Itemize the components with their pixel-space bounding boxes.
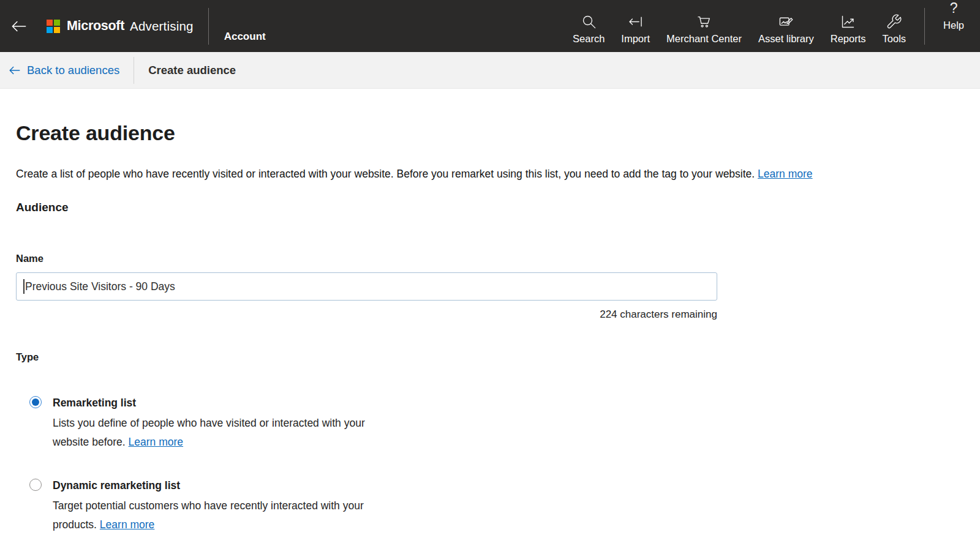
- reports-chart-icon: [840, 13, 856, 30]
- option-description-text: Lists you define of people who have visi…: [53, 417, 365, 448]
- remarketing-learn-more-link[interactable]: Learn more: [129, 436, 184, 448]
- radio-selected-dot: [32, 398, 39, 406]
- back-to-audiences-link[interactable]: Back to audiences: [8, 64, 119, 77]
- nav-item-merchant-center[interactable]: Merchant Center: [666, 13, 742, 45]
- top-navigation-bar: Microsoft Advertising Account Search Imp…: [0, 0, 980, 52]
- radio-remarketing-list[interactable]: [29, 396, 42, 408]
- nav-label: Import: [621, 33, 650, 45]
- import-icon: [627, 13, 644, 30]
- option-label-dynamic-remarketing-list[interactable]: Dynamic remarketing list: [53, 478, 388, 493]
- asset-library-icon: [778, 13, 794, 30]
- intro-text: Create a list of people who have recentl…: [16, 168, 755, 180]
- brand-product: Advertising: [130, 19, 194, 34]
- option-description: Lists you define of people who have visi…: [53, 414, 388, 451]
- option-body: Dynamic remarketing list Target potentia…: [53, 478, 388, 534]
- search-icon: [581, 13, 597, 30]
- dynamic-remarketing-learn-more-link[interactable]: Learn more: [100, 518, 155, 531]
- back-link-label: Back to audiences: [27, 64, 119, 77]
- nav-item-import[interactable]: Import: [621, 13, 650, 45]
- type-field-label: Type: [16, 351, 964, 363]
- breadcrumb-divider: [134, 57, 134, 84]
- top-nav-menu: Search Import Merchant Center Asset libr…: [556, 0, 906, 52]
- help-question-icon: ?: [950, 0, 958, 17]
- global-back-button[interactable]: [0, 0, 38, 52]
- option-body: Remarketing list Lists you define of peo…: [53, 395, 388, 451]
- audience-type-options: Remarketing list Lists you define of peo…: [16, 395, 964, 534]
- option-dynamic-remarketing-list: Dynamic remarketing list Target potentia…: [29, 478, 964, 534]
- intro-paragraph: Create a list of people who have recentl…: [16, 166, 964, 182]
- nav-label: Reports: [831, 33, 866, 45]
- nav-item-search[interactable]: Search: [573, 13, 605, 45]
- header-divider: [924, 8, 925, 45]
- option-description: Target potential customers who have rece…: [53, 496, 388, 534]
- back-arrow-icon: [10, 17, 28, 36]
- nav-label: Asset library: [758, 33, 814, 45]
- radio-dynamic-remarketing-list[interactable]: [29, 479, 42, 491]
- header-divider: [208, 8, 209, 45]
- nav-item-reports[interactable]: Reports: [831, 13, 866, 45]
- audience-section-heading: Audience: [16, 201, 964, 214]
- nav-label: Tools: [883, 33, 907, 45]
- page-title: Create audience: [16, 121, 964, 145]
- microsoft-logo-icon: [47, 20, 60, 33]
- name-field-label: Name: [16, 253, 964, 264]
- characters-remaining-text: 224 characters remaining: [16, 309, 717, 321]
- nav-item-asset-library[interactable]: Asset library: [758, 13, 814, 45]
- text-cursor: [23, 279, 24, 294]
- nav-item-help[interactable]: ? Help: [943, 0, 964, 52]
- intro-learn-more-link[interactable]: Learn more: [758, 168, 813, 180]
- account-menu[interactable]: Account: [224, 31, 266, 52]
- main-content: Create audience Create a list of people …: [0, 121, 980, 534]
- merchant-center-cart-icon: [696, 13, 712, 30]
- breadcrumb-current-page: Create audience: [148, 64, 236, 77]
- nav-label: Search: [573, 33, 605, 45]
- option-label-remarketing-list[interactable]: Remarketing list: [53, 395, 388, 410]
- audience-name-input[interactable]: [16, 272, 717, 301]
- nav-label: Merchant Center: [666, 33, 742, 45]
- nav-label: Help: [943, 20, 964, 31]
- tools-wrench-icon: [886, 13, 902, 30]
- breadcrumb: Back to audiences Create audience: [0, 52, 980, 89]
- back-arrow-icon: [8, 64, 21, 77]
- brand-logo[interactable]: Microsoft Advertising: [47, 0, 194, 52]
- option-remarketing-list: Remarketing list Lists you define of peo…: [29, 395, 964, 451]
- brand-name: Microsoft: [67, 18, 124, 34]
- nav-item-tools[interactable]: Tools: [883, 13, 907, 45]
- name-input-wrapper: [16, 272, 717, 301]
